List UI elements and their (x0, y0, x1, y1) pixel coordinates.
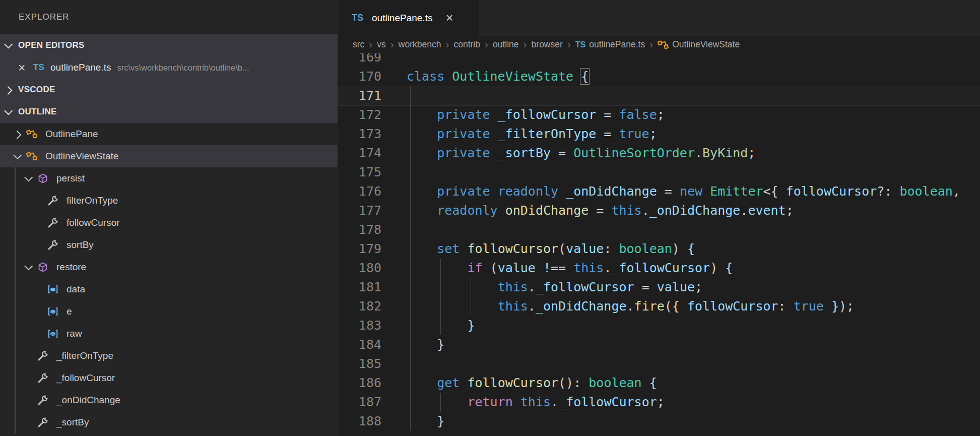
breadcrumb-label: browser (532, 39, 563, 50)
chevron-down-icon[interactable] (0, 109, 18, 115)
breadcrumb-item-browser[interactable]: browser (532, 39, 563, 50)
line-number[interactable]: 170 (338, 67, 381, 86)
property-icon (47, 239, 62, 251)
line-number[interactable]: 179 (338, 239, 381, 259)
code-line-179: 179 set followCursor(value: boolean) { (338, 239, 980, 259)
line-number[interactable]: 184 (338, 335, 381, 354)
open-editor-filename: outlinePane.ts (50, 62, 111, 73)
breadcrumb-label: workbench (399, 39, 441, 50)
vscode-window: EXPLORER OPEN EDITORS × TS outlinePane.t… (0, 0, 980, 436)
breadcrumb-item-src[interactable]: src (353, 39, 364, 50)
breadcrumb-label: contrib (453, 39, 480, 50)
line-number[interactable]: 180 (338, 259, 381, 278)
line-number[interactable]: 185 (338, 354, 381, 373)
code-line-173: 173 private _filterOnType = true; (338, 124, 980, 144)
section-label: VSCODE (18, 85, 55, 95)
code-line-177: 177 readonly onDidChange = this._onDidCh… (338, 201, 980, 220)
outline-item-_sortby[interactable]: _sortBy (0, 411, 338, 433)
line-number[interactable]: 181 (338, 278, 381, 297)
breadcrumb-item-vs[interactable]: vs (377, 39, 386, 50)
class-icon (26, 151, 41, 162)
line-number[interactable]: 183 (338, 316, 381, 335)
line-number[interactable]: 175 (338, 163, 381, 182)
code-text: class OutlineViewState { (407, 67, 589, 86)
chevron-separator-icon: › (369, 38, 372, 50)
breadcrumb: src›vs›workbench›contrib›outline›browser… (338, 36, 980, 53)
code-line-188: 188 } (338, 412, 980, 431)
outline-item-outlinepane[interactable]: OutlinePane (0, 123, 338, 145)
outline-item-label: followCursor (67, 217, 120, 228)
chevron-down-icon[interactable] (19, 264, 37, 270)
outline-item-label: raw (67, 328, 82, 339)
line-number[interactable]: 173 (338, 124, 381, 144)
close-icon[interactable]: × (445, 10, 453, 26)
section-vscode[interactable]: VSCODE (0, 79, 338, 101)
line-number[interactable]: 177 (338, 201, 381, 220)
line-number[interactable]: 171 (338, 86, 381, 105)
bracket-match-highlight: { (581, 69, 589, 84)
outline-item-_followcursor[interactable]: _followCursor (0, 367, 338, 389)
line-number[interactable]: 186 (338, 373, 381, 393)
typescript-file-icon: TS (575, 40, 585, 49)
outline-item-outlineviewstate[interactable]: OutlineViewState (0, 145, 338, 167)
editor-group: TS outlinePane.ts × src›vs›workbench›con… (338, 0, 980, 436)
section-outline[interactable]: OUTLINE (0, 101, 338, 123)
code-text: return this._followCursor; (407, 393, 665, 412)
property-icon (37, 372, 52, 384)
outline-item-e[interactable]: e (0, 300, 338, 323)
outline-item-label: e (67, 306, 72, 317)
code-line-176: 176 private readonly _onDidChange = new … (338, 182, 980, 201)
explorer-sidebar: EXPLORER OPEN EDITORS × TS outlinePane.t… (0, 0, 338, 436)
line-number[interactable]: 187 (338, 393, 381, 412)
chevron-right-icon[interactable] (8, 131, 26, 137)
tab-label: outlinePane.ts (372, 13, 432, 24)
indent-guide (410, 163, 411, 182)
outline-item-label: OutlineViewState (45, 151, 118, 162)
outline-item-restore[interactable]: restore (0, 256, 338, 278)
section-open-editors[interactable]: OPEN EDITORS (0, 34, 338, 56)
variable-icon (47, 306, 62, 317)
outline-item-followcursor[interactable]: followCursor (0, 212, 338, 234)
chevron-separator-icon: › (567, 38, 571, 50)
outline-item-label: persist (56, 173, 85, 184)
section-label: OPEN EDITORS (18, 40, 85, 50)
code-text: if (value !== this._followCursor) { (407, 259, 733, 278)
line-number[interactable]: 178 (338, 220, 381, 239)
open-editor-item[interactable]: × TS outlinePane.ts src\vs\workbench\con… (0, 56, 338, 79)
line-number[interactable]: 172 (338, 105, 381, 124)
chevron-down-icon[interactable] (8, 153, 26, 159)
outline-item-_ondidchange[interactable]: _onDidChange (0, 389, 338, 411)
property-icon (47, 195, 62, 206)
property-icon (47, 217, 62, 228)
breadcrumb-item-contrib[interactable]: contrib (453, 39, 480, 50)
outline-item-persist[interactable]: persist (0, 167, 338, 190)
chevron-down-icon[interactable] (19, 175, 37, 181)
line-number[interactable]: 176 (338, 182, 381, 201)
code-editor[interactable]: 169170class OutlineViewState {171172 pri… (338, 53, 980, 436)
typescript-file-icon: TS (33, 63, 50, 73)
outline-item-label: sortBy (67, 239, 94, 251)
variable-icon (47, 328, 62, 339)
chevron-right-icon[interactable] (0, 87, 18, 93)
chevron-down-icon[interactable] (0, 42, 18, 48)
breadcrumb-item-workbench[interactable]: workbench (399, 39, 441, 50)
outline-item-label: _onDidChange (56, 395, 120, 406)
line-number[interactable]: 188 (338, 412, 381, 431)
outline-item-data[interactable]: data (0, 278, 338, 300)
line-number[interactable]: 169 (338, 53, 381, 67)
breadcrumb-item-outline[interactable]: outline (493, 39, 519, 50)
tab-outlinepane[interactable]: TS outlinePane.ts × (338, 0, 479, 36)
outline-item-filterontype[interactable]: filterOnType (0, 190, 338, 212)
code-line-187: 187 return this._followCursor; (338, 393, 980, 412)
code-line-183: 183 } (338, 316, 980, 335)
outline-item-raw[interactable]: raw (0, 323, 338, 345)
close-icon[interactable]: × (18, 56, 33, 79)
line-number[interactable]: 182 (338, 297, 381, 316)
outline-item-_filterontype[interactable]: _filterOnType (0, 345, 338, 367)
code-text: private _sortBy = OutlineSortOrder.ByKin… (407, 144, 755, 163)
breadcrumb-item-outlinepane-ts[interactable]: TSoutlinePane.ts (575, 39, 645, 50)
breadcrumb-label: src (353, 39, 364, 50)
line-number[interactable]: 174 (338, 144, 381, 163)
outline-item-sortby[interactable]: sortBy (0, 234, 338, 256)
breadcrumb-item-outlineviewstate[interactable]: OutlineViewState (658, 39, 740, 50)
